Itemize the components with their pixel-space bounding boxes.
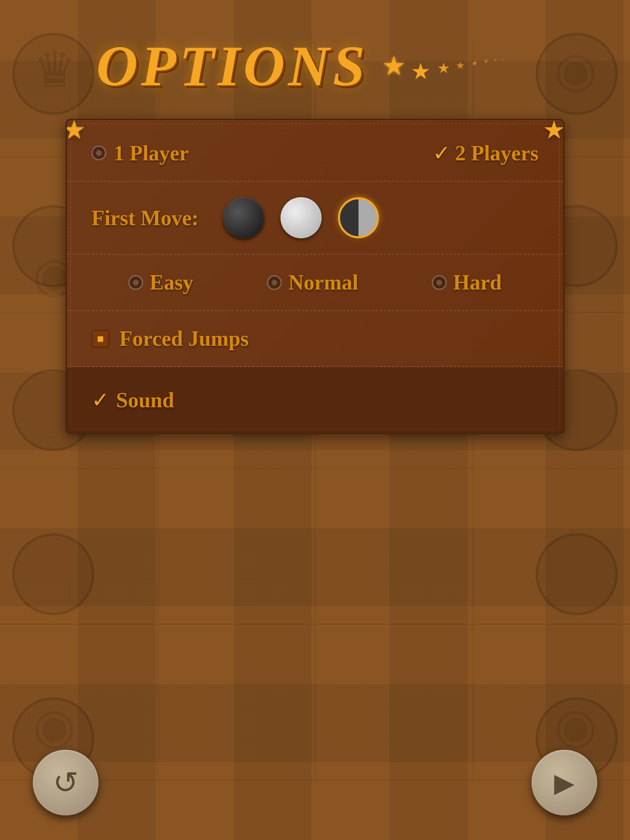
one-player-option[interactable]: 1 Player	[91, 141, 189, 165]
forced-jumps-checkbox[interactable]: ■	[91, 330, 110, 348]
player-row: 1 Player ✓ 2 Players	[91, 141, 539, 165]
sound-label: Sound	[116, 388, 174, 412]
star-corner-top-left: ★	[66, 119, 89, 143]
sound-checkmark: ✓	[91, 388, 110, 412]
star-corner-top-right: ★	[541, 119, 564, 143]
svg-text:★: ★	[382, 51, 406, 81]
title-stars-decoration: ★ ★ ★ ★ ★ ★ ★ ★	[370, 44, 534, 85]
two-player-label: 2 Players	[455, 141, 539, 165]
difficulty-section: Easy Normal Hard	[67, 255, 563, 311]
one-player-radio[interactable]	[91, 146, 106, 160]
two-player-option[interactable]: ✓ 2 Players	[433, 141, 539, 165]
svg-text:★: ★	[456, 60, 465, 71]
back-button[interactable]: ↺	[33, 750, 98, 815]
svg-text:★: ★	[411, 59, 431, 84]
title-container: OPTIONS ★ ★ ★ ★ ★ ★ ★ ★	[0, 33, 630, 99]
player-section: 1 Player ✓ 2 Players	[67, 120, 563, 182]
difficulty-hard-label: Hard	[453, 270, 502, 294]
svg-text:★: ★	[484, 58, 489, 64]
sound-row: ✓ Sound	[91, 388, 539, 412]
forced-jumps-section: ■ Forced Jumps	[67, 311, 563, 367]
page-title: OPTIONS	[96, 33, 368, 99]
difficulty-row: Easy Normal Hard	[91, 270, 539, 294]
piece-random-button[interactable]	[338, 197, 379, 238]
next-icon: ▶	[554, 767, 575, 798]
svg-text:★: ★	[501, 58, 504, 62]
svg-text:★: ★	[543, 119, 564, 143]
sound-section: ✓ Sound	[67, 367, 563, 433]
piece-white-button[interactable]	[281, 197, 322, 238]
options-panel: ★ ★ 1 Player ✓ 2	[66, 119, 564, 434]
first-move-row: First Move:	[91, 197, 539, 238]
svg-text:★: ★	[471, 59, 478, 67]
forced-jumps-check-icon: ■	[97, 332, 104, 345]
difficulty-normal-option[interactable]: Normal	[267, 270, 358, 294]
hard-radio[interactable]	[432, 275, 447, 290]
difficulty-easy-label: Easy	[150, 270, 194, 294]
easy-radio[interactable]	[128, 275, 143, 290]
svg-text:★: ★	[437, 60, 450, 76]
piece-black-button[interactable]	[223, 197, 264, 238]
forced-jumps-row: ■ Forced Jumps	[91, 326, 539, 351]
first-move-section: First Move:	[67, 182, 563, 255]
svg-text:★: ★	[493, 58, 497, 62]
difficulty-normal-label: Normal	[288, 270, 358, 294]
first-move-label: First Move:	[91, 206, 199, 230]
svg-text:★: ★	[66, 119, 86, 143]
difficulty-easy-option[interactable]: Easy	[128, 270, 194, 294]
one-player-label: 1 Player	[114, 141, 189, 165]
forced-jumps-label: Forced Jumps	[119, 326, 249, 351]
difficulty-hard-option[interactable]: Hard	[432, 270, 502, 294]
back-icon: ↺	[53, 765, 79, 801]
next-button[interactable]: ▶	[532, 750, 597, 815]
two-player-checkmark: ✓	[433, 141, 451, 165]
normal-radio[interactable]	[267, 275, 282, 290]
